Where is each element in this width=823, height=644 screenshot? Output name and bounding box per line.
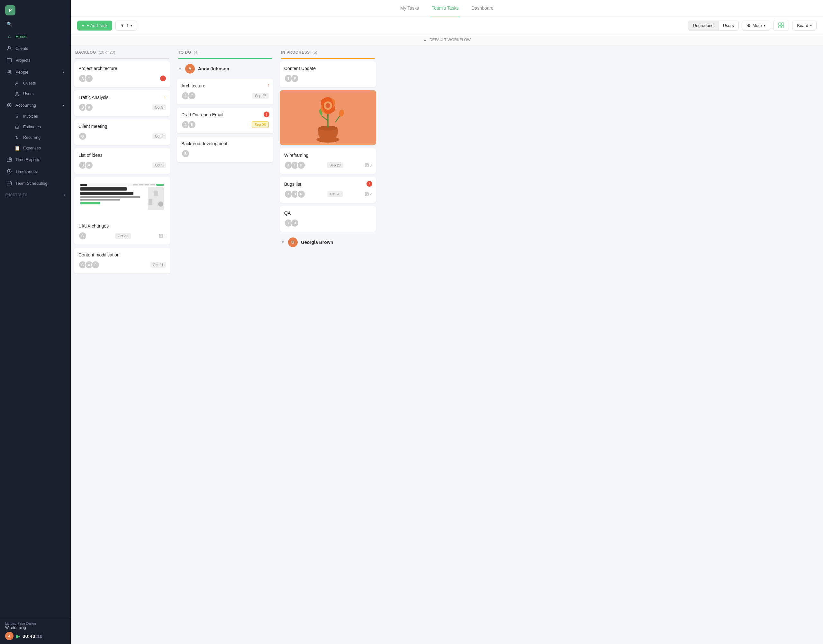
sidebar: P 🔍 ⌂ Home Clients Projects People [0,0,71,644]
svg-rect-36 [365,164,369,167]
timer-row: A ▶ 00:40:10 [5,632,66,640]
accounting-icon [6,102,12,108]
todo-count: (4) [194,50,199,55]
shortcuts-chevron[interactable]: ▾ [64,193,66,197]
sidebar-item-expenses[interactable]: 📋 Expenses [10,143,69,153]
sidebar-item-teamscheduling[interactable]: Team Scheduling [1,177,69,189]
avatar: G [297,190,306,198]
svg-point-4 [16,82,18,84]
sidebar-item-invoices[interactable]: $ Invoices [10,111,69,121]
filter-button[interactable]: ▼ 1 ▾ [115,21,137,31]
timer-play-icon[interactable]: ▶ [16,633,20,639]
tab-mytasks[interactable]: My Tasks [399,0,420,16]
add-task-button[interactable]: + + Add Task [77,21,112,31]
card-traffic-analysis[interactable]: Traffic Analysis B A Oct 9 ↑ [74,90,170,116]
invoices-icon: $ [14,113,20,119]
filter-caret: ▾ [131,24,132,27]
group-chevron: ▼ [178,66,182,71]
guests-label: Guests [23,81,36,86]
card-backend-dev[interactable]: Back-end development B [177,136,273,162]
svg-rect-21 [160,234,163,238]
svg-point-33 [326,103,330,108]
card-footer: G Oct 31 1 [78,232,166,240]
date-badge: Sep 28 [327,162,343,168]
avatar-stack: G [78,232,87,240]
card-footer: T B [284,219,372,227]
card-footer: A T ! [78,74,166,83]
avatar: A [85,161,93,169]
users-icon [14,91,20,97]
shortcuts-label: SHORTCUTS ▾ [0,189,71,198]
avatar: B [188,121,196,129]
tab-dashboard[interactable]: Dashboard [470,0,495,16]
card-list-of-ideas[interactable]: List of ideas B A Oct 5 [74,148,170,174]
card-architecture[interactable]: ↑ Architecture A T Sep 27 [177,79,273,104]
sidebar-item-home[interactable]: ⌂ Home [1,31,69,42]
people-icon [6,69,12,75]
svg-rect-13 [778,23,781,25]
view-icon-button[interactable] [774,20,789,31]
active-task-project: Landing Page Design [5,622,66,626]
workflow-bar[interactable]: ▲ DEFAULT WORKFLOW [71,34,823,46]
card-content-modification[interactable]: Content modification G A P Oct 21 [74,248,170,273]
svg-point-2 [8,71,10,72]
expenses-icon: 📋 [14,145,20,151]
date-badge: Oct 5 [152,162,166,168]
card-qa[interactable]: QA T B [280,206,376,232]
sidebar-item-timesheets[interactable]: Timesheets [1,166,69,177]
sidebar-item-projects[interactable]: Projects [1,54,69,66]
card-draft-outreach[interactable]: ! Draft Outreach Email A B Sep 26 [177,108,273,133]
sidebar-item-guests[interactable]: Guests [10,78,69,88]
ungrouped-button[interactable]: Ungrouped [688,21,718,30]
card-footer: B A Oct 9 [78,103,166,112]
card-uiux-changes[interactable]: UI/UX changes G Oct 31 1 [74,177,170,245]
card-content-update[interactable]: Content Update T P [280,61,376,87]
sidebar-item-home-label: Home [15,34,27,39]
active-task-name: Wireframing [5,626,66,630]
workflow-chevron: ▲ [423,38,427,42]
inprogress-count: (6) [312,50,317,55]
teamscheduling-label: Team Scheduling [15,181,48,186]
backlog-header: BACKLOG (20 of 20) [74,46,170,58]
card-project-architecture[interactable]: Project architecture A T ! [74,61,170,87]
screenshot-preview [78,182,166,220]
sidebar-search[interactable]: 🔍 [1,18,69,30]
svg-rect-1 [7,58,12,62]
card-footer: A B G Oct 20 2 [284,190,372,198]
card-footer: B A Oct 5 [78,161,166,169]
tab-teamstasks[interactable]: Team's Tasks [430,0,460,16]
card-footer: A B Sep 26 [181,121,269,129]
sidebar-item-clients[interactable]: Clients [1,43,69,54]
teamscheduling-icon [6,180,12,186]
add-task-icon: + [82,23,84,28]
svg-rect-37 [365,193,369,196]
gear-icon: ⚙ [747,23,751,28]
group-georgia-brown[interactable]: ▼ G Georgia Brown [280,235,376,250]
card-client-meeting[interactable]: Client meeting G Oct 7 [74,119,170,145]
sidebar-item-estimates[interactable]: ⊞ Estimates [10,122,69,132]
group-andy-johnson[interactable]: ▼ A Andy Johnson [177,61,273,76]
backlog-count: (20 of 20) [99,50,115,55]
accounting-sub: $ Invoices ⊞ Estimates ↻ Recurring 📋 Exp… [9,111,71,153]
card-wireframing[interactable]: Wireframing A T P Sep 28 3 [280,148,376,174]
alert-icon: ! [264,112,269,117]
card-title: Client meeting [78,124,166,129]
svg-rect-20 [149,199,152,205]
board-button[interactable]: Board ▾ [792,21,817,31]
svg-rect-9 [9,159,10,160]
group-name: Andy Johnson [198,66,229,71]
date-badge: Sep 27 [252,93,269,99]
people-sub: Guests Users [9,78,71,99]
users-button[interactable]: Users [719,21,739,30]
sidebar-item-timereports[interactable]: Time Reports [1,153,69,165]
sidebar-item-users[interactable]: Users [10,89,69,99]
more-caret: ▾ [764,24,765,27]
sidebar-nav: ⌂ Home Clients Projects People ▾ [0,30,71,618]
more-button[interactable]: ⚙ More ▾ [742,21,771,31]
card-bugs-list[interactable]: ! Bugs list A B G Oct 20 2 [280,177,376,203]
sidebar-item-accounting[interactable]: Accounting ▾ [1,99,69,111]
sidebar-item-recurring[interactable]: ↻ Recurring [10,132,69,143]
avatar: B [291,219,299,227]
sidebar-item-people[interactable]: People ▾ [1,66,69,78]
column-todo: TO DO (4) ▼ A Andy Johnson ↑ Architectur… [174,46,276,644]
